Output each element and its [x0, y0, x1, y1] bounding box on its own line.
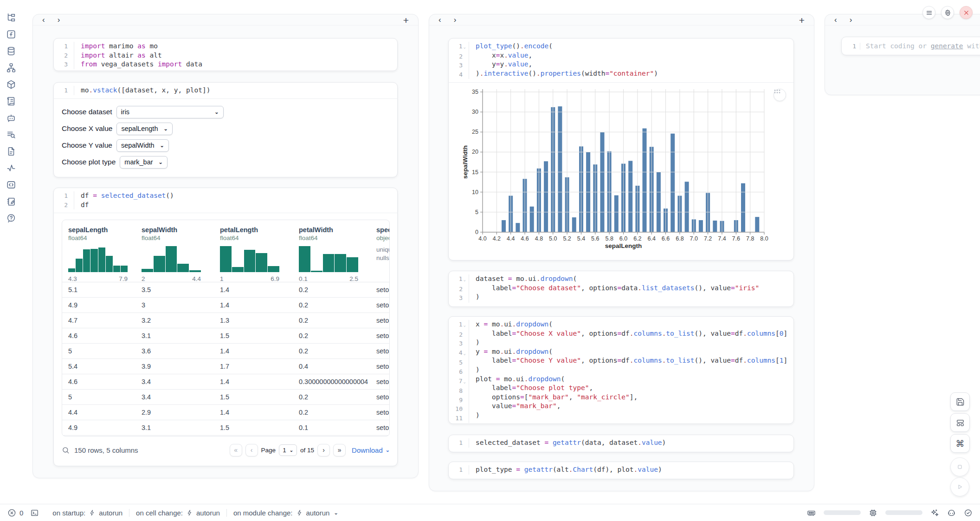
table-column-header[interactable]: sepalLengthfloat644.37.9 — [62, 220, 135, 282]
cell-xy-plot-dropdowns[interactable]: 1⌄234⌄567⌄891011x = mo.ui.dropdown( labe… — [448, 316, 794, 424]
run-button[interactable] — [950, 477, 969, 496]
file-tree-icon[interactable] — [6, 13, 16, 23]
layout-button[interactable] — [950, 413, 970, 432]
stop-button[interactable] — [950, 457, 969, 476]
cell-vstack[interactable]: 1mo.vstack([dataset, x, y, plot]) Choose… — [53, 82, 398, 177]
chat-bot-icon[interactable] — [6, 113, 16, 123]
add-cell-button[interactable]: + — [403, 15, 409, 26]
code-editor[interactable]: 1⌄23dataset = mo.ui.dropdown( label="Cho… — [449, 271, 793, 306]
column-collapse-left-icon[interactable]: ‹ — [438, 16, 441, 24]
add-cell-button[interactable]: + — [799, 15, 805, 26]
memory-icon[interactable] — [807, 508, 816, 517]
column-collapse-left-icon[interactable]: ‹ — [834, 16, 837, 24]
cell-dataset-dropdown[interactable]: 1⌄23dataset = mo.ui.dropdown( label="Cho… — [448, 271, 794, 307]
activity-icon[interactable] — [6, 163, 16, 173]
cell-selected-dataset[interactable]: 1selected_dataset = getattr(data, datase… — [448, 435, 794, 452]
list-search-icon[interactable] — [6, 130, 16, 140]
table-column-header[interactable]: sepalWidthfloat6424.4 — [135, 220, 214, 282]
column-collapse-right-icon[interactable]: › — [58, 16, 60, 24]
settings-gear-button[interactable] — [941, 6, 954, 19]
table-row[interactable]: 4.93.11.50.1setosa — [62, 420, 389, 436]
copilot-icon[interactable] — [947, 508, 956, 517]
code-lines[interactable]: x = mo.ui.dropdown( label="Choose X valu… — [469, 320, 787, 423]
cpu-icon[interactable] — [869, 508, 877, 517]
code-editor[interactable]: 1mo.vstack([dataset, x, y, plot]) — [54, 83, 397, 99]
notepad-edit-icon[interactable] — [6, 196, 16, 207]
cell-imports[interactable]: 123import marimo as moimport altair as a… — [53, 38, 398, 71]
code-editor[interactable]: 1selected_dataset = getattr(data, datase… — [449, 435, 793, 451]
page-select[interactable]: 1 ⌄ — [279, 444, 297, 456]
table-column-header[interactable]: speciesobjectuniquenulls: — [370, 220, 390, 282]
table-row[interactable]: 4.73.21.30.2setosa — [62, 313, 389, 328]
svg-text:10: 10 — [472, 189, 478, 195]
download-button[interactable]: Download ⌄ — [352, 446, 390, 454]
code-lines[interactable]: mo.vstack([dataset, x, y, plot]) — [74, 86, 210, 95]
code-lines[interactable]: selected_dataset = getattr(data, dataset… — [469, 438, 666, 448]
editor-placeholder[interactable]: Start coding or generate with — [860, 42, 980, 50]
dropdown-select[interactable]: sepalWidth⌄ — [116, 139, 169, 152]
sitemap-icon[interactable] — [6, 63, 16, 73]
code-editor[interactable]: 1plot_type = getattr(alt.Chart(df), plot… — [449, 462, 793, 478]
table-row[interactable]: 4.42.91.40.2setosa — [62, 405, 389, 420]
autorun-setting[interactable]: on cell change:autorun — [129, 509, 226, 517]
last-page-button[interactable]: » — [333, 444, 346, 456]
first-page-button[interactable]: « — [230, 444, 242, 456]
table-row[interactable]: 4.931.40.2setosa — [62, 298, 389, 313]
cell-dataframe[interactable]: 12df = selected_dataset()df sepalLengthf… — [53, 188, 398, 466]
table-column-header[interactable]: petalLengthfloat6416.9 — [214, 220, 293, 282]
column-histogram[interactable] — [299, 246, 358, 272]
table-row[interactable]: 53.61.40.2setosa — [62, 344, 389, 359]
chart-svg[interactable]: 051015202530354.04.24.44.64.85.05.25.45.… — [449, 83, 794, 259]
terminal-button[interactable] — [30, 508, 39, 517]
column-histogram[interactable] — [220, 246, 279, 272]
code-lines[interactable]: df = selected_dataset()df — [74, 191, 174, 209]
code-snippet-icon[interactable] — [6, 180, 16, 190]
code-editor[interactable]: 1⌄234plot_type().encode( x=x.value, y=y.… — [449, 39, 793, 83]
dropdown-select[interactable]: mark_bar⌄ — [120, 156, 167, 169]
code-lines[interactable]: dataset = mo.ui.dropdown( label="Choose … — [469, 274, 759, 303]
menu-button[interactable] — [922, 6, 935, 19]
connection-check-icon[interactable] — [964, 508, 973, 517]
code-editor[interactable]: 1⌄234⌄567⌄891011x = mo.ui.dropdown( labe… — [449, 317, 793, 424]
bar-6.7 — [671, 134, 675, 232]
column-collapse-right-icon[interactable]: › — [454, 16, 457, 24]
table-column-header[interactable]: petalWidthfloat640.12.5 — [293, 220, 370, 282]
cell-chart[interactable]: 1⌄234plot_type().encode( x=x.value, y=y.… — [448, 38, 794, 260]
database-icon[interactable] — [6, 46, 16, 56]
ai-sparkles-icon[interactable] — [930, 508, 939, 517]
code-lines[interactable]: plot_type().encode( x=x.value, y=y.value… — [469, 42, 658, 79]
table-row[interactable]: 5.43.91.70.4setosa — [62, 359, 389, 374]
empty-cell[interactable]: 1 Start coding or generate with — [841, 37, 980, 55]
save-button[interactable] — [950, 392, 970, 411]
dropdown-select[interactable]: iris⌄ — [116, 106, 224, 118]
table-row[interactable]: 5.13.51.40.2setosa — [62, 282, 389, 298]
keyboard-shortcuts-button[interactable]: ⌘ — [950, 434, 970, 453]
search-icon[interactable] — [62, 446, 70, 454]
prev-page-button[interactable]: ‹ — [245, 444, 258, 456]
help-circle-icon[interactable] — [6, 213, 16, 223]
document-icon[interactable] — [6, 146, 16, 156]
autorun-setting[interactable]: on module change:autorun⌄ — [226, 509, 345, 517]
column-collapse-left-icon[interactable]: ‹ — [42, 16, 45, 24]
column-histogram[interactable] — [68, 246, 128, 272]
bar-6.3 — [643, 129, 647, 233]
dropdown-select[interactable]: sepalLength⌄ — [116, 123, 172, 135]
function-square-icon[interactable] — [6, 29, 16, 39]
scroll-text-icon[interactable] — [6, 96, 16, 106]
close-button[interactable] — [960, 6, 973, 19]
generate-ai-link[interactable]: generate — [931, 42, 963, 50]
table-row[interactable]: 4.63.11.50.2setosa — [62, 328, 389, 344]
table-row[interactable]: 53.41.50.2setosa — [62, 390, 389, 405]
code-lines[interactable]: import marimo as moimport altair as altf… — [74, 42, 202, 69]
code-editor[interactable]: 123import marimo as moimport altair as a… — [54, 39, 397, 71]
code-editor[interactable]: 12df = selected_dataset()df — [54, 188, 397, 213]
table-row[interactable]: 4.63.41.40.30000000000000004setosa — [62, 374, 389, 390]
autorun-setting[interactable]: on startup:autorun — [46, 509, 129, 517]
next-page-button[interactable]: › — [317, 444, 330, 456]
package-icon[interactable] — [6, 79, 16, 90]
cell-plot-type[interactable]: 1plot_type = getattr(alt.Chart(df), plot… — [448, 462, 794, 479]
column-collapse-right-icon[interactable]: › — [850, 16, 852, 24]
column-histogram[interactable] — [142, 246, 201, 272]
error-count[interactable]: 0 — [7, 508, 23, 517]
code-lines[interactable]: plot_type = getattr(alt.Chart(df), plot.… — [469, 465, 662, 475]
